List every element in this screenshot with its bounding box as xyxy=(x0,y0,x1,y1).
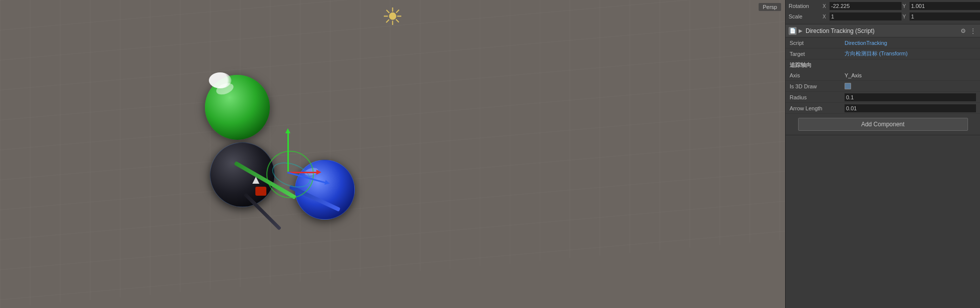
radius-input[interactable] xyxy=(845,93,976,101)
axis-row: Axis Y_Axis xyxy=(786,70,980,81)
script-row: Script DirectionTracking xyxy=(786,37,980,48)
rotation-row: Rotation X Y Z xyxy=(789,1,977,11)
svg-rect-0 xyxy=(0,0,785,308)
scale-row: Scale X Y Z xyxy=(789,11,977,21)
expand-toggle[interactable]: ▶ xyxy=(799,28,803,33)
rotation-x-input[interactable] xyxy=(830,2,902,10)
script-file-icon: 📄 xyxy=(789,27,797,35)
sy-label: Y xyxy=(903,14,909,19)
scale-xyz: X Y Z xyxy=(823,12,980,20)
is3d-checkbox[interactable] xyxy=(845,83,851,89)
grid-overlay xyxy=(0,0,785,308)
component-settings-button[interactable]: ⚙ xyxy=(960,27,967,34)
component-more-button[interactable]: ⋮ xyxy=(969,27,977,34)
axis-label: Axis xyxy=(790,72,845,78)
target-label: Target xyxy=(790,51,845,57)
rotation-xyz: X Y Z xyxy=(823,2,980,10)
cursor-indicator xyxy=(252,177,259,184)
component-header: 📄 ▶ Direction Tracking (Script) ⚙ ⋮ xyxy=(786,24,980,37)
white-highlight xyxy=(209,72,231,88)
inspector-panel: Rotation X Y Z Scale X xyxy=(785,0,980,308)
transform-section: Rotation X Y Z Scale X xyxy=(786,0,980,24)
x-label: X xyxy=(823,3,829,9)
rotation-y-field: Y xyxy=(903,2,980,10)
sx-label: X xyxy=(823,14,829,19)
gizmo-y-arrow xyxy=(287,132,289,172)
add-component-button[interactable]: Add Component xyxy=(798,118,968,131)
component-title: Direction Tracking (Script) xyxy=(806,27,958,34)
dark-sphere xyxy=(210,142,275,207)
direction-tracking-component: 📄 ▶ Direction Tracking (Script) ⚙ ⋮ Scri… xyxy=(786,24,980,135)
scene-viewport[interactable]: ☀ Persp xyxy=(0,0,785,308)
script-label: Script xyxy=(790,40,845,46)
arrow-length-input[interactable] xyxy=(845,104,976,112)
persp-button[interactable]: Persp xyxy=(759,3,781,11)
scale-y-field: Y xyxy=(903,12,980,20)
scale-label: Scale xyxy=(789,13,823,19)
is3d-label: Is 3D Draw xyxy=(790,83,845,89)
target-value[interactable]: 方向检测目标 (Transform) xyxy=(845,50,976,57)
scale-x-field: X xyxy=(823,12,902,20)
y-label: Y xyxy=(903,3,909,9)
radius-row: Radius xyxy=(786,92,980,103)
is3d-row: Is 3D Draw xyxy=(786,81,980,92)
rotation-x-field: X xyxy=(823,2,902,10)
target-row: Target 方向检测目标 (Transform) xyxy=(786,48,980,59)
sun-icon: ☀ xyxy=(382,5,403,29)
radius-label: Radius xyxy=(790,94,845,100)
script-value[interactable]: DirectionTracking xyxy=(845,40,976,46)
axis-value: Y_Axis xyxy=(845,72,976,78)
component-actions: ⚙ ⋮ xyxy=(960,27,977,34)
arrow-length-row: Arrow Length xyxy=(786,103,980,114)
axis-section-label: 追踪轴向 xyxy=(786,59,980,70)
rotation-label: Rotation xyxy=(789,3,823,9)
rotation-y-input[interactable] xyxy=(910,2,980,10)
arrow-length-label: Arrow Length xyxy=(790,105,845,111)
scale-y-input[interactable] xyxy=(910,12,980,20)
scale-x-input[interactable] xyxy=(830,12,902,20)
